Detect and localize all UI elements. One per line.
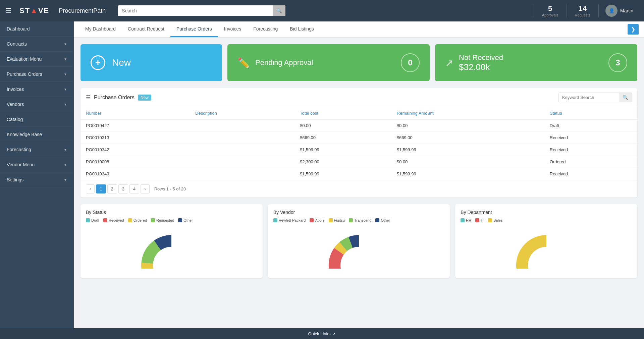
legend-label: Received: [109, 218, 124, 222]
requests-label: Requests: [575, 13, 590, 17]
page-1-button[interactable]: 1: [96, 184, 106, 193]
po-table: NumberDescriptionTotal costRemaining Amo…: [80, 107, 637, 180]
legend-dot: [375, 218, 379, 222]
app-logo: ST▲VE: [19, 6, 49, 15]
requests-count: 14: [575, 4, 590, 13]
legend-item: Other: [375, 218, 390, 222]
tab-purchase-orders[interactable]: Purchase Orders: [170, 21, 218, 37]
search-input[interactable]: [118, 5, 285, 16]
plus-icon: +: [91, 55, 105, 70]
table-cell: PO0010342: [80, 144, 190, 156]
legend-dot: [475, 218, 479, 222]
chart-segment: [516, 235, 546, 269]
layout: DashboardContracts▼Evaluation Menu▼Purch…: [0, 21, 644, 328]
sidebar-label: Purchase Orders: [7, 71, 42, 77]
nav-divider-1: [534, 4, 534, 17]
sidebar-item-invoices[interactable]: Invoices▼: [0, 82, 74, 97]
sidebar-item-settings[interactable]: Settings▼: [0, 172, 74, 187]
collapse-button[interactable]: ❯: [628, 24, 639, 35]
new-card[interactable]: + New: [80, 44, 222, 81]
sidebar-item-evaluation-menu[interactable]: Evaluation Menu▼: [0, 52, 74, 67]
legend-item: Transcend: [349, 218, 372, 222]
content-area: + New ✏️ Pending Approval 0 ↗: [74, 38, 644, 291]
by-department-chart: By Department HRITSales: [455, 204, 637, 278]
table-row[interactable]: PO0010427$0.00$0.00Draft: [80, 119, 637, 132]
legend-dot: [461, 218, 465, 222]
col-number[interactable]: Number: [80, 107, 190, 119]
tab-forecasting[interactable]: Forecasting: [247, 21, 284, 37]
sidebar-item-purchase-orders[interactable]: Purchase Orders▼: [0, 67, 74, 82]
approvals-label: Approvals: [542, 13, 558, 17]
col-total-cost[interactable]: Total cost: [294, 107, 391, 119]
table-cell: $2,300.00: [294, 156, 391, 168]
sidebar-label: Contracts: [7, 41, 27, 47]
sidebar-item-catalog[interactable]: Catalog: [0, 112, 74, 127]
table-row[interactable]: PO0010342$1,599.99$1,599.99Received: [80, 144, 637, 156]
keyword-input[interactable]: [558, 93, 619, 102]
sidebar-arrow-icon: ▼: [64, 148, 67, 152]
page-3-button[interactable]: 3: [118, 184, 128, 193]
tab-my-dashboard[interactable]: My Dashboard: [79, 21, 122, 37]
legend-label: Ordered: [133, 218, 147, 222]
tab-invoices[interactable]: Invoices: [218, 21, 247, 37]
table-row[interactable]: PO0010349$1,599.99$1,599.99Received: [80, 168, 637, 180]
sidebar-item-vendor-menu[interactable]: Vendor Menu▼: [0, 157, 74, 172]
legend-item: Ordered: [128, 218, 147, 222]
pending-approval-card[interactable]: ✏️ Pending Approval 0: [227, 44, 430, 81]
tab-bid-listings[interactable]: Bid Listings: [284, 21, 320, 37]
sidebar-item-forecasting[interactable]: Forecasting▼: [0, 142, 74, 157]
hamburger-icon[interactable]: ☰: [5, 7, 11, 15]
not-received-card[interactable]: ↗ Not Received $32.00k 3: [435, 44, 637, 81]
by-status-legend: DraftReceivedOrderedRequestedOther: [86, 218, 257, 222]
legend-item: Apple: [310, 218, 324, 222]
sidebar-item-contracts[interactable]: Contracts▼: [0, 37, 74, 52]
legend-item: Sales: [488, 218, 503, 222]
by-vendor-svg: [325, 225, 392, 269]
not-received-badge: 3: [608, 53, 627, 72]
table-cell: [190, 132, 294, 144]
legend-dot: [488, 218, 492, 222]
approvals-count: 5: [542, 4, 558, 13]
sidebar-label: Vendors: [7, 102, 24, 107]
sidebar-item-dashboard[interactable]: Dashboard: [0, 21, 74, 37]
sidebar-item-knowledge-base[interactable]: Knowledge Base: [0, 127, 74, 142]
tab-contract-request[interactable]: Contract Request: [122, 21, 170, 37]
col-status[interactable]: Status: [544, 107, 637, 119]
po-header: ☰ Purchase Orders New 🔍: [80, 88, 637, 107]
by-status-chart: By Status DraftReceivedOrderedRequestedO…: [80, 204, 263, 278]
legend-dot: [103, 218, 107, 222]
col-description[interactable]: Description: [190, 107, 294, 119]
sidebar-label: Vendor Menu: [7, 162, 35, 167]
sidebar-item-vendors[interactable]: Vendors▼: [0, 97, 74, 112]
legend-label: Sales: [493, 218, 503, 222]
approvals-stat[interactable]: 5 Approvals: [535, 4, 565, 17]
requests-stat[interactable]: 14 Requests: [568, 4, 597, 17]
page-4-button[interactable]: 4: [129, 184, 139, 193]
table-cell: Received: [544, 144, 637, 156]
sidebar-label: Invoices: [7, 87, 24, 92]
pending-icon: ✏️: [237, 57, 250, 69]
by-vendor-legend: Hewlett-PackardAppleFujitsuTranscendOthe…: [273, 218, 445, 222]
prev-page-button[interactable]: ‹: [86, 184, 95, 193]
charts-section: By Status DraftReceivedOrderedRequestedO…: [80, 204, 637, 278]
search-button[interactable]: 🔍: [273, 5, 285, 16]
pending-label: Pending Approval: [255, 58, 313, 67]
rows-info: Rows 1 - 5 of 20: [154, 186, 186, 191]
next-page-button[interactable]: ›: [141, 184, 149, 193]
sidebar-arrow-icon: ▼: [64, 178, 67, 182]
po-new-badge[interactable]: New: [138, 95, 151, 101]
table-cell: $669.00: [391, 132, 544, 144]
table-row[interactable]: PO0010313$669.00$669.00Received: [80, 132, 637, 144]
col-remaining-amount[interactable]: Remaining Amount: [391, 107, 544, 119]
user-profile[interactable]: 👤 Martin: [600, 5, 639, 17]
legend-label: Fujitsu: [334, 218, 345, 222]
keyword-search-button[interactable]: 🔍: [619, 93, 632, 102]
page-2-button[interactable]: 2: [107, 184, 117, 193]
legend-item: Received: [103, 218, 124, 222]
legend-dot: [86, 218, 90, 222]
table-cell: Draft: [544, 119, 637, 132]
table-row[interactable]: PO0010008$2,300.00$0.00Ordered: [80, 156, 637, 168]
by-status-svg: [138, 225, 205, 269]
legend-dot: [178, 218, 182, 222]
legend-dot: [151, 218, 155, 222]
